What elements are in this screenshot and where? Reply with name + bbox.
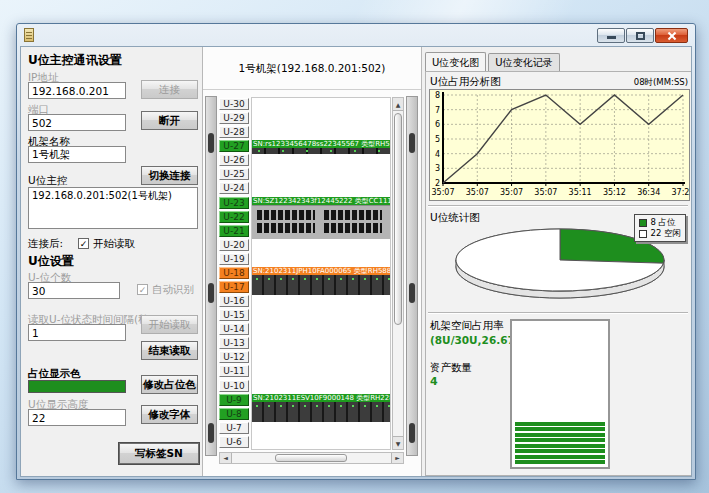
- tab-u-change-log[interactable]: U位变化记录: [488, 53, 559, 72]
- modify-font-button[interactable]: 修改字体: [141, 405, 198, 424]
- switch-ports: [324, 210, 382, 236]
- u-position-label[interactable]: U-23: [219, 197, 249, 209]
- u-position-label[interactable]: U-13: [219, 337, 249, 349]
- svg-text:35:07: 35:07: [431, 188, 454, 197]
- asset-count-value: 4: [430, 375, 438, 388]
- u-position-label[interactable]: U-17: [219, 281, 249, 293]
- u-master-listbox[interactable]: 192.168.0.201:502(1号机架): [28, 187, 198, 229]
- connect-button[interactable]: 连接: [141, 80, 198, 99]
- u-change-chart-page: U位占用分析图 08时(MM:SS) 234567835:0735:0735:0…: [425, 71, 692, 476]
- vertical-scrollbar-thumb[interactable]: [394, 113, 402, 325]
- u-position-label[interactable]: U-25: [219, 168, 249, 180]
- u-height-input[interactable]: [28, 409, 126, 426]
- svg-text:35:12: 35:12: [603, 188, 626, 197]
- rail-socket-icon: [208, 133, 214, 153]
- switch-connection-button[interactable]: 切换连接: [141, 166, 198, 185]
- rack-device[interactable]: SN:2102311JPH10FA000065 类型RH5885: [252, 267, 390, 295]
- u-count-input[interactable]: [28, 282, 120, 299]
- panel-title: U位主控通讯设置: [28, 52, 122, 69]
- minimize-button[interactable]: [597, 28, 625, 43]
- svg-text:36:34: 36:34: [637, 188, 660, 197]
- rack-row: U-16: [219, 294, 249, 308]
- start-read-checkbox[interactable]: ✓: [78, 238, 89, 249]
- horizontal-scrollbar-thumb[interactable]: [275, 454, 347, 462]
- u-position-label[interactable]: U-19: [219, 253, 249, 265]
- tab-u-change-chart[interactable]: U位变化图: [425, 52, 486, 72]
- u-position-label[interactable]: U-6: [219, 436, 249, 448]
- scroll-left-arrow-icon[interactable]: ◄: [220, 453, 232, 463]
- rack-row: U-9: [219, 393, 249, 407]
- svg-text:35:07: 35:07: [500, 188, 523, 197]
- u-position-label[interactable]: U-28: [219, 126, 249, 138]
- u-position-label[interactable]: U-16: [219, 295, 249, 307]
- u-position-label[interactable]: U-26: [219, 154, 249, 166]
- u-position-label[interactable]: U-27: [219, 140, 249, 152]
- rack-row: U-15: [219, 308, 249, 322]
- rail-socket-icon: [409, 423, 415, 443]
- u-position-label[interactable]: U-14: [219, 323, 249, 335]
- u-position-label[interactable]: U-30: [219, 98, 249, 110]
- device-image: [252, 402, 390, 422]
- section-divider: [428, 205, 688, 207]
- rack-vertical-scrollbar[interactable]: ▲ ▼: [392, 97, 404, 450]
- u-position-label[interactable]: U-21: [219, 225, 249, 237]
- device-image: [252, 148, 390, 154]
- rack-horizontal-scrollbar[interactable]: ◄ ►: [219, 452, 404, 464]
- svg-text:6: 6: [435, 120, 440, 129]
- rail-socket-icon: [208, 423, 214, 443]
- svg-text:37:25: 37:25: [671, 188, 690, 197]
- maximize-button[interactable]: [626, 28, 654, 43]
- rack-fill-stripes: [515, 420, 605, 464]
- title-bar[interactable]: [20, 24, 692, 46]
- rack-device[interactable]: SN:rs1233456478ss22345567 类型RH5885: [252, 140, 390, 154]
- close-button[interactable]: [655, 28, 688, 43]
- client-area: U位主控通讯设置 IP地址 连接 端口 断开 机架名称 切换连接 U位主控 19…: [20, 46, 692, 477]
- u-position-label[interactable]: U-7: [219, 422, 249, 434]
- u-position-label[interactable]: U-9: [219, 394, 249, 406]
- legend-swatch-icon: [639, 219, 647, 227]
- u-position-label[interactable]: U-18: [219, 267, 249, 279]
- rack-rail-left: [205, 96, 217, 456]
- occupied-u-stripe: [515, 444, 605, 448]
- write-sn-button[interactable]: 写标签SN: [119, 443, 199, 464]
- modify-color-button[interactable]: 修改占位色: [141, 375, 198, 394]
- analysis-chart-title: U位占用分析图: [430, 75, 501, 89]
- u-position-label[interactable]: U-29: [219, 112, 249, 124]
- app-window: U位主控通讯设置 IP地址 连接 端口 断开 机架名称 切换连接 U位主控 19…: [16, 23, 696, 480]
- u-position-label[interactable]: U-15: [219, 309, 249, 321]
- rail-socket-icon: [409, 283, 415, 303]
- auto-detect-checkbox[interactable]: ✓: [137, 284, 148, 295]
- ip-input[interactable]: [28, 82, 126, 99]
- minimize-icon: [607, 36, 616, 39]
- stop-read-button[interactable]: 结束读取: [141, 341, 198, 360]
- port-input[interactable]: [28, 114, 126, 131]
- u-position-label[interactable]: U-12: [219, 351, 249, 363]
- rack-title: 1号机架(192.168.0.201:502): [202, 62, 422, 76]
- svg-text:7: 7: [435, 106, 440, 115]
- occupied-u-stripe: [515, 449, 605, 453]
- rack-device[interactable]: SN:2102311ESV10F9000148 类型RH2288: [252, 394, 390, 422]
- u-position-label[interactable]: U-22: [219, 211, 249, 223]
- start-read-button[interactable]: 开始读取: [141, 315, 198, 334]
- u-position-label[interactable]: U-24: [219, 182, 249, 194]
- legend-item: 8 占位: [639, 217, 681, 228]
- rack-device[interactable]: SN:SZ122342343f12445222 类型CC111-12: [252, 197, 390, 239]
- u-position-label[interactable]: U-11: [219, 365, 249, 377]
- right-tab-strip: U位变化图 U位变化记录: [425, 53, 562, 72]
- u-position-label[interactable]: U-10: [219, 380, 249, 392]
- list-item[interactable]: 192.168.0.201:502(1号机架): [29, 188, 197, 204]
- interval-input[interactable]: [28, 324, 126, 341]
- auto-detect-checkbox-label: 自动识别: [152, 283, 194, 297]
- disconnect-button[interactable]: 断开: [141, 111, 198, 130]
- scroll-right-arrow-icon[interactable]: ►: [391, 453, 403, 463]
- u-position-label[interactable]: U-8: [219, 408, 249, 420]
- scroll-up-arrow-icon[interactable]: ▲: [393, 98, 403, 111]
- asset-count-label: 资产数量: [430, 361, 472, 375]
- scroll-down-arrow-icon[interactable]: ▼: [393, 436, 403, 449]
- rack-u-labels-column: U-30U-29U-28U-27U-26U-25U-24U-23U-22U-21…: [219, 97, 249, 449]
- u-position-label[interactable]: U-20: [219, 239, 249, 251]
- rack-name-input[interactable]: [28, 146, 126, 163]
- rack-row: U-14: [219, 322, 249, 336]
- legend-item: 22 空闲: [639, 228, 681, 239]
- rack-row: U-17: [219, 280, 249, 294]
